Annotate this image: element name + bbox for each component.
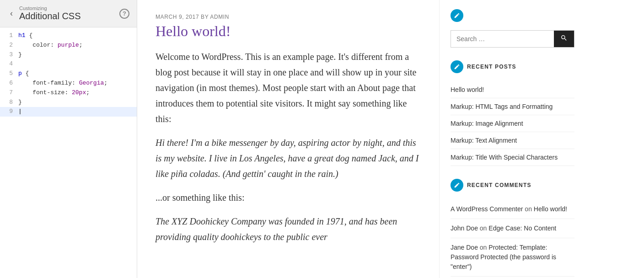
search-widget-header xyxy=(451,9,574,24)
panel-title: Additional CSS xyxy=(19,11,116,21)
recent-comment-2: John Doe on Edge Case: No Content xyxy=(451,219,574,238)
code-text-5: p { xyxy=(18,69,29,79)
recent-post-4[interactable]: Markup: Text Alignment xyxy=(451,132,574,149)
recent-comments-title: Recent Comments xyxy=(467,182,531,188)
recent-comment-3: Jane Doe on Protected: Template: Passwor… xyxy=(451,238,574,277)
recent-comment-1-post[interactable]: Hello world! xyxy=(534,205,567,213)
blog-area: March 9, 2017 by Admin Hello world! Welc… xyxy=(137,0,439,278)
recent-posts-widget: Recent Posts Hello world! Markup: HTML T… xyxy=(451,60,574,166)
help-icon[interactable]: ? xyxy=(119,9,129,19)
post-paragraph-1: Welcome to WordPress. This is an example… xyxy=(156,49,421,127)
recent-comment-1-on: on xyxy=(525,205,533,213)
code-text-2: color: purple; xyxy=(18,41,82,50)
customizer-panel: ‹ Customizing Additional CSS ? 1 h1 { 2 … xyxy=(0,0,137,278)
code-line-9[interactable]: 9 | xyxy=(0,107,137,117)
line-num-8: 8 xyxy=(4,98,13,107)
recent-comment-3-author[interactable]: Jane Doe xyxy=(451,244,478,251)
code-line-8: 8 } xyxy=(0,98,137,107)
recent-comment-2-post[interactable]: Edge Case: No Content xyxy=(488,225,556,232)
customizer-header-text: Customizing Additional CSS xyxy=(19,5,116,21)
code-text-9: | xyxy=(18,107,22,117)
search-box xyxy=(451,30,574,48)
post-paragraph-2: Hi there! I'm a bike messenger by day, a… xyxy=(156,135,421,182)
line-num-3: 3 xyxy=(4,50,13,60)
recent-comment-2-on: on xyxy=(480,225,488,232)
customizer-header: ‹ Customizing Additional CSS ? xyxy=(0,0,137,27)
recent-posts-edit-icon[interactable] xyxy=(451,60,463,73)
code-text-1: h1 { xyxy=(18,31,32,41)
recent-post-4-link[interactable]: Markup: Text Alignment xyxy=(451,137,517,144)
recent-comments-edit-icon[interactable] xyxy=(451,179,463,192)
recent-posts-list: Hello world! Markup: HTML Tags and Forma… xyxy=(451,81,574,166)
code-text-6: font-family: Georgia; xyxy=(18,79,107,88)
recent-comments-header: Recent Comments xyxy=(451,179,574,193)
recent-comments-widget: Recent Comments A WordPress Commenter on… xyxy=(451,179,574,277)
recent-post-1-link[interactable]: Hello world! xyxy=(451,86,484,93)
line-num-9: 9 xyxy=(4,107,13,117)
code-editor[interactable]: 1 h1 { 2 color: purple; 3 } 4 5 p { 6 fo… xyxy=(0,27,137,278)
code-line-5: 5 p { xyxy=(0,69,137,79)
line-num-5: 5 xyxy=(4,69,13,79)
code-line-3: 3 } xyxy=(0,50,137,60)
recent-post-3[interactable]: Markup: Image Alignment xyxy=(451,115,574,132)
code-line-6: 6 font-family: Georgia; xyxy=(0,79,137,88)
search-input[interactable] xyxy=(451,31,554,47)
line-num-7: 7 xyxy=(4,88,13,98)
post-title: Hello world! xyxy=(156,23,421,40)
recent-posts-title: Recent Posts xyxy=(467,64,516,70)
post-paragraph-3: ...or something like this: xyxy=(156,190,421,205)
search-button[interactable] xyxy=(554,31,574,47)
recent-posts-header: Recent Posts xyxy=(451,60,574,75)
recent-post-1[interactable]: Hello world! xyxy=(451,81,574,98)
post-meta: March 9, 2017 by Admin xyxy=(156,14,421,20)
search-widget-edit-icon[interactable] xyxy=(451,9,463,22)
recent-post-5[interactable]: Markup: Title With Special Characters xyxy=(451,149,574,166)
recent-comments-list: A WordPress Commenter on Hello world! Jo… xyxy=(451,200,574,277)
line-num-1: 1 xyxy=(4,31,13,41)
code-line-7: 7 font-size: 20px; xyxy=(0,88,137,98)
back-button[interactable]: ‹ xyxy=(7,8,16,19)
recent-post-5-link[interactable]: Markup: Title With Special Characters xyxy=(451,154,558,161)
code-text-7: font-size: 20px; xyxy=(18,88,90,98)
code-text-8: } xyxy=(18,98,22,107)
recent-comment-3-on: on xyxy=(480,244,488,251)
code-text-3: } xyxy=(18,50,22,60)
recent-comment-2-author[interactable]: John Doe xyxy=(451,225,478,232)
recent-post-2-link[interactable]: Markup: HTML Tags and Formatting xyxy=(451,103,553,110)
recent-post-3-link[interactable]: Markup: Image Alignment xyxy=(451,120,523,127)
code-line-2: 2 color: purple; xyxy=(0,41,137,50)
code-line-4: 4 xyxy=(0,59,137,69)
post-body: Welcome to WordPress. This is an example… xyxy=(156,49,421,245)
code-line-1: 1 h1 { xyxy=(0,31,137,41)
main-content: March 9, 2017 by Admin Hello world! Welc… xyxy=(137,0,644,278)
recent-comment-1-author[interactable]: A WordPress Commenter xyxy=(451,205,523,213)
line-num-4: 4 xyxy=(4,59,13,69)
line-num-2: 2 xyxy=(4,41,13,50)
recent-comment-1: A WordPress Commenter on Hello world! xyxy=(451,200,574,219)
search-widget xyxy=(451,9,574,48)
sidebar: Recent Posts Hello world! Markup: HTML T… xyxy=(439,0,585,278)
recent-post-2[interactable]: Markup: HTML Tags and Formatting xyxy=(451,98,574,115)
line-num-6: 6 xyxy=(4,79,13,88)
post-paragraph-4: The XYZ Doohickey Company was founded in… xyxy=(156,214,421,245)
customizing-label: Customizing xyxy=(19,5,116,11)
